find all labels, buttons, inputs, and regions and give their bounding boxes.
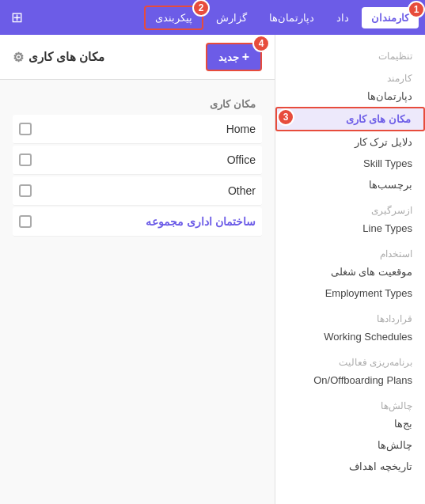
sidebar-item-tags[interactable]: برچسب‌ها: [275, 174, 425, 195]
list-row[interactable]: Other: [13, 176, 262, 206]
list-item-office: Office: [40, 153, 256, 166]
toolbar: 4 + جدید مکان های کاری ⚙: [0, 35, 275, 80]
grid-icon[interactable]: ⊞: [6, 4, 28, 31]
list-header: مکان کاری: [13, 93, 262, 115]
sidebar-header-contracts: قراردادها: [275, 304, 425, 326]
sidebar-header-challenges: چالش‌ها: [275, 391, 425, 413]
nav-items: 1 کارمندان داد دپارتمان‌ها گزارش 2 پیکرب…: [31, 6, 419, 30]
sidebar: تنظیمات کارمند دپارتمان‌ها 3 مکان های کا…: [275, 35, 425, 504]
badge-4: 4: [252, 35, 270, 52]
checkbox-building[interactable]: [19, 215, 32, 228]
toolbar-new-wrapper: 4 + جدید: [206, 43, 262, 71]
toolbar-title-area: مکان های کاری ⚙: [13, 50, 199, 65]
gear-icon[interactable]: ⚙: [13, 50, 24, 65]
sidebar-header-employee: کارمند: [275, 63, 425, 85]
sidebar-item-skill-types[interactable]: Skill Types: [275, 153, 425, 174]
page-title: مکان های کاری: [28, 50, 104, 64]
sidebar-header-settings: تنظیمات: [275, 41, 425, 63]
nav-item-wrapper-employees: 1 کارمندان: [362, 7, 419, 28]
sidebar-item-job-positions[interactable]: موقعیت های شغلی: [275, 261, 425, 282]
list-row[interactable]: Office: [13, 146, 262, 175]
sidebar-header-resume: ازسرگیری: [275, 195, 425, 218]
nav-item-report[interactable]: گزارش: [207, 7, 256, 28]
sidebar-item-wrapper-locations: 3 مکان های کاری: [275, 107, 425, 131]
list-item-other: Other: [40, 184, 256, 197]
plus-icon: +: [242, 50, 249, 64]
sidebar-item-locations[interactable]: مکان های کاری: [275, 107, 425, 131]
list-row[interactable]: Home: [13, 115, 262, 144]
sidebar-item-challenges[interactable]: چالش‌ها: [275, 434, 425, 456]
sidebar-item-working-schedules[interactable]: Working Schedules: [275, 326, 425, 347]
nav-item-departments[interactable]: دپارتمان‌ها: [260, 7, 324, 28]
checkbox-home[interactable]: [19, 123, 32, 135]
nav-item-wrapper-config: 2 پیکربندی: [144, 6, 203, 30]
list-column-header: مکان کاری: [40, 98, 256, 110]
sidebar-item-onboarding-plans[interactable]: On/Offboarding Plans: [275, 369, 425, 391]
nav-item-dad[interactable]: داد: [327, 7, 359, 28]
badge-3: 3: [277, 108, 294, 126]
list-area: مکان کاری Home Office Other ساختمان ادار…: [0, 80, 275, 251]
list-item-home: Home: [40, 123, 256, 135]
sidebar-header-activity: برنامه‌ریزی فعالیت: [275, 347, 425, 369]
layout: تنظیمات کارمند دپارتمان‌ها 3 مکان های کا…: [0, 35, 425, 504]
sidebar-item-departments[interactable]: دپارتمان‌ها: [275, 85, 425, 107]
list-row[interactable]: ساختمان اداری مجموعه: [13, 207, 262, 237]
sidebar-item-goal-history[interactable]: تاریخچه اهداف: [275, 456, 425, 477]
badge-1: 1: [408, 1, 425, 18]
main-content: 4 + جدید مکان های کاری ⚙ مکان کاری Home: [0, 35, 275, 504]
sidebar-item-employment-types[interactable]: Employment Types: [275, 282, 425, 304]
new-button-label: جدید: [218, 51, 239, 63]
sidebar-item-line-types[interactable]: Line Types: [275, 218, 425, 239]
checkbox-other[interactable]: [19, 184, 32, 197]
top-nav: 1 کارمندان داد دپارتمان‌ها گزارش 2 پیکرب…: [0, 0, 425, 35]
sidebar-item-exit-reasons[interactable]: دلایل ترک کار: [275, 131, 425, 153]
sidebar-header-recruitment: استخدام: [275, 239, 425, 261]
checkbox-office[interactable]: [19, 153, 32, 166]
sidebar-item-badges[interactable]: بج‌ها: [275, 413, 425, 434]
list-item-building: ساختمان اداری مجموعه: [40, 215, 256, 228]
badge-2: 2: [192, 0, 210, 17]
